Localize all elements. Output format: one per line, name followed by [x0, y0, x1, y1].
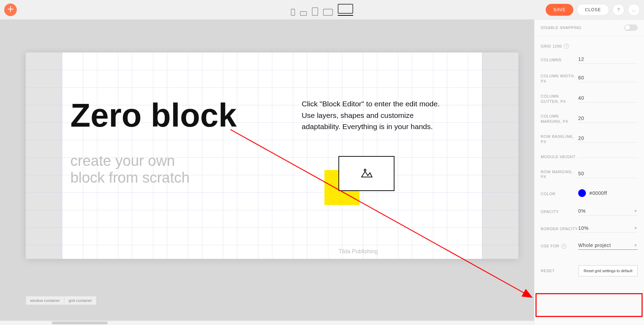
column-gutter-input[interactable]: 40 — [578, 95, 638, 103]
column-width-label: COLUMN WIDTH, PX — [541, 73, 578, 84]
chevron-down-icon: ▼ — [634, 243, 638, 247]
row-margins-label: ROW MARGINS, PX — [541, 169, 578, 180]
device-phone-landscape[interactable] — [300, 11, 307, 16]
save-button[interactable]: SAVE — [546, 4, 573, 16]
device-switcher — [291, 4, 353, 16]
chevron-down-icon: ▼ — [634, 209, 638, 213]
column-width-input[interactable]: 60 — [578, 75, 638, 82]
instructions-line1[interactable]: Click "Block Editor" to enter the edit m… — [302, 98, 440, 110]
column-gutter-label: COLUMN GUTTER, PX — [541, 94, 578, 104]
opacity-label: OPACITY — [541, 209, 578, 214]
top-toolbar: SAVE CLOSE ? ... — [0, 0, 644, 20]
block-title[interactable]: Zero block — [70, 97, 237, 134]
row-baseline-label: ROW BASELINE, PX — [541, 134, 578, 144]
grid-section-title: GRID 1200 — [541, 44, 562, 48]
border-opacity-select[interactable]: 10%▼ — [578, 225, 638, 233]
tab-window-container[interactable]: window container — [26, 296, 64, 305]
scrollbar-thumb[interactable] — [52, 322, 108, 324]
row-baseline-input[interactable]: 20 — [578, 135, 638, 143]
block-subtitle-line2[interactable]: block from scratch — [70, 169, 190, 186]
image-icon — [360, 167, 373, 181]
module-height-label: MODULE HEIGHT — [541, 154, 578, 160]
color-label: COLOR — [541, 191, 578, 197]
svg-rect-2 — [312, 8, 318, 15]
svg-rect-3 — [323, 9, 332, 15]
columns-input[interactable]: 12 — [578, 56, 638, 64]
device-phone-portrait[interactable] — [291, 9, 295, 16]
reset-label: RESET — [541, 268, 579, 274]
color-swatch[interactable] — [578, 189, 586, 197]
border-opacity-label: BORDER OPACITY — [541, 226, 578, 232]
add-block-button[interactable] — [4, 3, 17, 16]
svg-rect-4 — [338, 4, 353, 13]
use-for-select[interactable]: Whole project▼ — [578, 242, 638, 250]
column-margins-input[interactable]: 20 — [578, 115, 638, 123]
chevron-down-icon: ▼ — [634, 226, 638, 230]
close-button[interactable]: CLOSE — [577, 4, 609, 16]
instructions-line3[interactable]: adaptability. Everything is in your hand… — [302, 121, 440, 133]
device-tablet-portrait[interactable] — [312, 7, 318, 16]
device-tablet-landscape[interactable] — [323, 9, 333, 16]
container-tabs: window container grid container — [26, 296, 97, 305]
svg-rect-1 — [300, 12, 307, 15]
disable-snapping-toggle[interactable] — [624, 24, 638, 31]
editor-stage: Zero block create your own block from sc… — [0, 20, 534, 325]
columns-label: COLUMNS — [541, 57, 578, 63]
column-margins-label: COLUMN MARGINS, PX — [541, 114, 578, 124]
use-for-label: USE FOR — [541, 243, 559, 249]
grid-settings-panel: DISABLE SNAPPING GRID 1200 ? COLUMNS 12 … — [534, 20, 644, 325]
svg-rect-0 — [291, 9, 295, 15]
block-subtitle-line1[interactable]: create your own — [70, 153, 190, 169]
tab-grid-container[interactable]: grid container — [64, 296, 97, 305]
row-margins-input[interactable]: 50 — [578, 171, 638, 178]
color-hex-input[interactable]: #0000ff — [589, 190, 607, 196]
more-button[interactable]: ... — [628, 4, 640, 16]
image-placeholder[interactable] — [338, 156, 394, 191]
disable-snapping-label: DISABLE SNAPPING — [541, 25, 624, 30]
instructions-line2[interactable]: Use layers, shapes and customize — [302, 110, 440, 121]
credit-text[interactable]: Tilda Publishing — [338, 248, 378, 255]
plus-icon — [8, 6, 13, 13]
device-desktop[interactable] — [338, 4, 353, 16]
use-for-help-icon[interactable]: ? — [561, 244, 566, 249]
reset-grid-button[interactable]: Reset grid settings to default — [579, 265, 638, 276]
help-button[interactable]: ? — [612, 4, 624, 16]
grid-help-icon[interactable]: ? — [564, 44, 569, 49]
horizontal-scrollbar[interactable] — [0, 321, 534, 325]
opacity-select[interactable]: 0%▼ — [578, 208, 638, 216]
svg-point-5 — [364, 169, 366, 171]
module-height-input[interactable] — [578, 156, 638, 158]
